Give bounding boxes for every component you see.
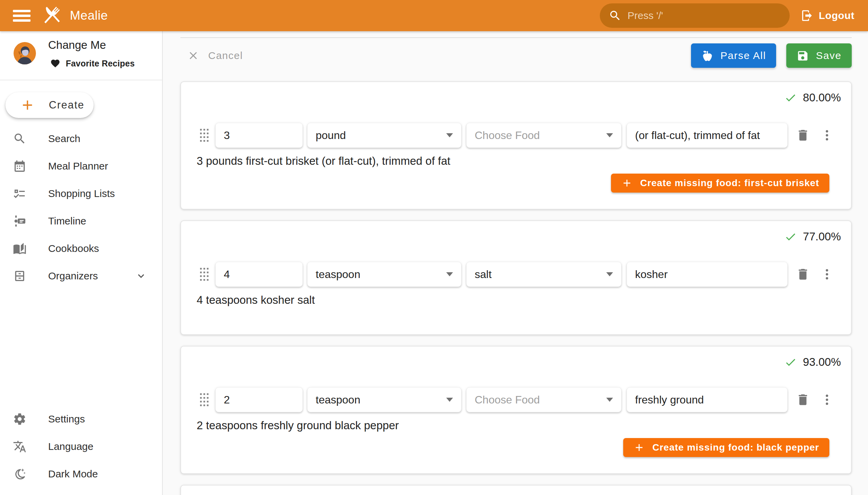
original-ingredient-text: 3 pounds first-cut brisket (or flat-cut)… <box>191 155 841 168</box>
logout-label: Logout <box>819 10 854 21</box>
sidebar-item-label: Settings <box>48 413 85 425</box>
search-input[interactable] <box>628 10 781 21</box>
check-icon <box>784 231 797 243</box>
sidebar-item-search[interactable]: Search <box>0 125 162 152</box>
logout-icon <box>801 9 813 22</box>
food-select[interactable]: Choose Food <box>466 123 622 148</box>
confidence-value: 80.00% <box>803 91 841 104</box>
delete-button[interactable] <box>796 393 810 407</box>
sidebar-item-dark-mode[interactable]: Dark Mode <box>0 460 162 488</box>
more-options-button[interactable] <box>820 393 834 407</box>
unit-value: teaspoon <box>316 394 360 406</box>
unit-value: pound <box>316 129 346 142</box>
sidebar-item-label: Timeline <box>48 215 86 227</box>
cancel-label: Cancel <box>208 50 243 62</box>
parse-all-button[interactable]: Parse All <box>691 44 777 68</box>
file-cabinet-icon <box>13 269 27 283</box>
sidebar-item-label: Search <box>48 133 80 144</box>
create-missing-food-button[interactable]: Create missing food: first-cut brisket <box>611 174 829 192</box>
food-placeholder: Choose Food <box>475 394 540 406</box>
moon-stars-icon <box>13 467 27 481</box>
ingredient-card: 77.00% teaspoon salt <box>181 220 852 335</box>
drag-handle[interactable] <box>200 267 209 282</box>
sidebar-item-label: Language <box>48 441 93 452</box>
plus-icon <box>20 97 35 113</box>
ingredient-fields-row: teaspoon salt <box>191 262 841 287</box>
sidebar-item-label: Meal Planner <box>48 160 108 172</box>
create-button[interactable]: Create <box>5 92 93 118</box>
drag-handle[interactable] <box>200 128 209 143</box>
book-open-icon <box>13 242 27 255</box>
confidence-value: 93.00% <box>803 356 841 369</box>
create-missing-food-label: Create missing food: first-cut brisket <box>640 178 819 188</box>
confidence-row: 77.00% <box>191 221 841 243</box>
plus-icon <box>633 442 645 453</box>
parser-toolbar: Cancel Parse All Save <box>181 44 852 68</box>
food-select[interactable]: salt <box>466 262 622 287</box>
chevron-down-icon <box>446 272 453 276</box>
more-options-button[interactable] <box>820 129 834 142</box>
drag-handle[interactable] <box>200 392 209 407</box>
original-ingredient-text: 4 teaspoons kosher salt <box>191 294 841 307</box>
note-input[interactable] <box>627 123 788 148</box>
ingredient-card: 80.00% pound Choose Food <box>181 81 852 209</box>
kebab-icon <box>820 129 834 142</box>
trash-icon <box>796 128 810 142</box>
translate-icon <box>13 440 27 453</box>
missing-food-row: Create missing food: black pepper <box>191 438 841 457</box>
ingredient-card: 93.00% teaspoon Choose Food <box>181 346 852 474</box>
logout-button[interactable]: Logout <box>801 9 854 22</box>
top-app-bar: Mealie Logout <box>0 0 868 31</box>
sidebar-item-settings[interactable]: Settings <box>0 405 162 433</box>
sidebar-item-language[interactable]: Language <box>0 433 162 460</box>
delete-button[interactable] <box>796 128 810 142</box>
quantity-input[interactable] <box>215 262 303 287</box>
chevron-down-icon <box>446 133 453 137</box>
missing-food-row: Create missing food: first-cut brisket <box>191 174 841 192</box>
check-icon <box>784 356 797 369</box>
quantity-input[interactable] <box>215 387 303 412</box>
sidebar-item-meal-planner[interactable]: Meal Planner <box>0 152 162 180</box>
heart-icon <box>50 58 61 68</box>
save-icon <box>797 50 809 62</box>
unit-select[interactable]: teaspoon <box>307 387 461 412</box>
favorite-recipes-label: Favorite Recipes <box>66 59 135 68</box>
sidebar-footer-nav: Settings Language Dark Mode <box>0 405 162 488</box>
food-value: salt <box>475 268 492 281</box>
unit-select[interactable]: pound <box>307 123 461 148</box>
sidebar-item-label: Dark Mode <box>48 468 98 480</box>
create-label: Create <box>49 99 84 111</box>
apple-icon <box>701 50 714 62</box>
note-input[interactable] <box>627 262 788 287</box>
food-select[interactable]: Choose Food <box>466 387 622 412</box>
search-icon <box>609 9 622 22</box>
cancel-button[interactable]: Cancel <box>187 50 243 62</box>
calendar-icon <box>13 159 27 173</box>
unit-select[interactable]: teaspoon <box>307 262 461 287</box>
sidebar-item-shopping-lists[interactable]: Shopping Lists <box>0 180 162 207</box>
favorite-recipes-link[interactable]: Favorite Recipes <box>50 58 135 68</box>
save-button[interactable]: Save <box>786 44 852 68</box>
ingredient-fields-row: pound Choose Food <box>191 123 841 148</box>
global-search[interactable] <box>600 3 790 28</box>
note-input[interactable] <box>627 387 788 412</box>
chevron-down-icon <box>606 398 613 402</box>
confidence-row: 93.00% <box>191 346 841 368</box>
check-icon <box>784 91 797 104</box>
sidebar: Change Me Favorite Recipes Create Search… <box>0 31 163 495</box>
unit-value: teaspoon <box>316 268 360 281</box>
more-options-button[interactable] <box>820 268 834 281</box>
menu-icon[interactable] <box>13 7 31 24</box>
chevron-down-icon <box>606 272 613 276</box>
avatar[interactable] <box>14 42 36 64</box>
parse-all-label: Parse All <box>720 50 766 62</box>
sidebar-item-cookbooks[interactable]: Cookbooks <box>0 235 162 262</box>
user-name: Change Me <box>48 39 106 52</box>
sidebar-item-timeline[interactable]: Timeline <box>0 207 162 235</box>
quantity-input[interactable] <box>215 123 303 148</box>
create-missing-food-button[interactable]: Create missing food: black pepper <box>623 438 829 457</box>
original-ingredient-text: 2 teaspoons freshly ground black pepper <box>191 419 841 432</box>
delete-button[interactable] <box>796 267 810 281</box>
chevron-down-icon <box>135 270 147 282</box>
sidebar-item-organizers[interactable]: Organizers <box>0 262 162 290</box>
